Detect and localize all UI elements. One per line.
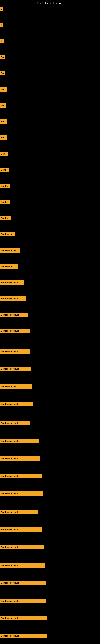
bar-label: Bott: [0, 152, 8, 156]
bar-row: Bottleneck result: [0, 562, 45, 568]
bar-row: Bottleneck result: [0, 366, 31, 372]
bar-label: Bottleneck result: [0, 439, 39, 443]
bar-row: Bott: [0, 151, 8, 156]
bar-label: Bottleneck r: [0, 264, 18, 269]
bar-label: Bottl: [0, 168, 9, 172]
bar-row: Bottleneck resu: [0, 384, 32, 389]
bar-row: Bot: [0, 54, 5, 60]
bar-label: Bottleneck result: [0, 280, 24, 285]
bar-row: Bottleneck result: [0, 296, 26, 302]
bar-label: Bottleneck result: [0, 349, 30, 354]
bar-label: Bot: [0, 55, 5, 59]
bar-row: B: [0, 38, 3, 44]
bar-label: Bottleneck result: [0, 367, 31, 371]
bar-row: Bottleneck result: [0, 456, 40, 461]
bar-label: Bott: [0, 119, 7, 124]
bar-label: Bottleneck result: [0, 528, 42, 532]
bar-row: Bottleneck result: [0, 616, 47, 621]
bar-row: Bot: [0, 103, 6, 108]
bar-row: Bottleneck result: [0, 544, 44, 550]
bar-label: Bottle: [0, 200, 10, 204]
bar-label: Bottleneck result: [0, 329, 30, 333]
bar-label: Bottleneck result: [0, 402, 33, 406]
bar-row: Bottleneck: [0, 232, 15, 237]
bar-label: Bott: [0, 87, 7, 92]
bar-row: Bot: [0, 70, 5, 76]
bar-row: Bottleneck result: [0, 401, 33, 407]
bar-row: Bottlen: [0, 183, 10, 189]
bar-row: B: [0, 22, 3, 28]
bar-row: Bottlen: [0, 215, 11, 221]
bar-row: Bottleneck result: [0, 598, 47, 604]
bar-row: Bott: [0, 135, 7, 140]
bar-label: Bottleneck resu: [0, 248, 20, 252]
bar-label: B: [0, 23, 3, 27]
bar-label: B: [0, 7, 3, 11]
bar-row: Bott: [0, 119, 7, 124]
bar-row: Bottleneck result: [0, 348, 30, 354]
bar-label: Bottleneck result: [0, 545, 44, 550]
bar-label: Bottleneck result: [0, 616, 47, 620]
bar-label: Bottleneck result: [0, 474, 42, 478]
bar-row: Bottleneck result: [0, 509, 38, 515]
bar-label: Bottleneck: [0, 232, 15, 236]
bar-row: Bottl: [0, 167, 9, 173]
bar-row: Bottleneck result: [0, 280, 24, 285]
bar-label: Bottleneck result: [0, 421, 30, 426]
bar-row: Bottleneck result: [0, 312, 28, 318]
bar-label: Bottleneck result: [0, 296, 26, 301]
bar-label: Bottleneck result: [0, 491, 43, 496]
bar-row: Bottleneck result: [0, 328, 30, 334]
bar-row: Bottleneck result: [0, 420, 30, 426]
bar-row: Bottleneck result: [0, 527, 42, 532]
bar-row: Bott: [0, 86, 7, 92]
bar-row: Bottleneck result: [0, 473, 42, 479]
bar-label: Bottleneck result: [0, 563, 45, 568]
bar-label: Bottleneck result: [0, 456, 40, 461]
bar-label: Bottlen: [0, 216, 11, 220]
bar-row: Bottle: [0, 199, 10, 205]
bar-label: Bottleneck result: [0, 634, 47, 638]
site-title: TheBottlenecker.com: [37, 2, 63, 5]
bar-row: Bottleneck result: [0, 580, 46, 586]
bar-row: Bottleneck result: [0, 633, 47, 638]
bar-label: Bott: [0, 136, 7, 140]
bar-row: B: [0, 6, 3, 12]
bar-row: Bottleneck result: [0, 491, 43, 496]
bar-row: Bottleneck result: [0, 438, 39, 444]
bar-label: Bottlen: [0, 184, 10, 188]
bar-row: Bottleneck resu: [0, 248, 20, 253]
bar-label: B: [0, 39, 3, 43]
bar-label: Bot: [0, 103, 6, 108]
bar-label: Bottleneck result: [0, 599, 47, 603]
bar-label: Bottleneck resu: [0, 384, 32, 388]
bar-label: Bot: [0, 71, 5, 76]
bar-row: Bottleneck r: [0, 264, 18, 269]
bar-label: Bottleneck result: [0, 580, 46, 585]
bar-label: Bottleneck result: [0, 510, 38, 514]
bar-label: Bottleneck result: [0, 312, 28, 317]
